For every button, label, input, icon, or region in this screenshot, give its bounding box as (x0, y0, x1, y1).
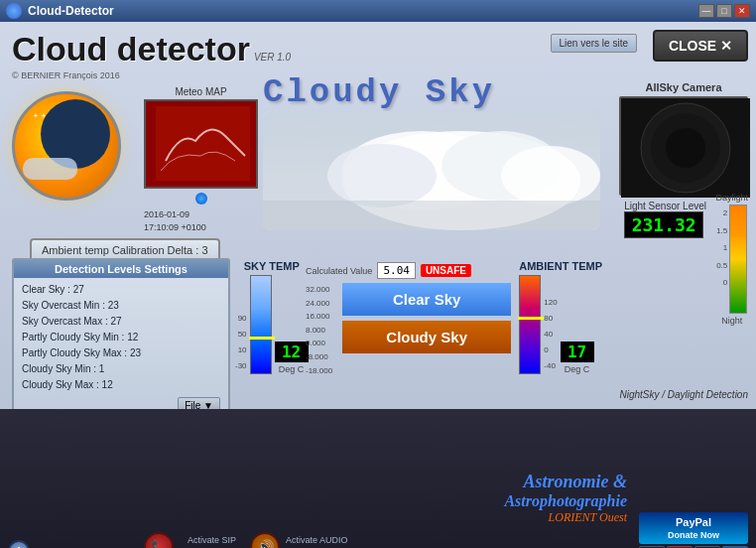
main-container: Cloud detector VER 1.0 © BERNIER Françoi… (0, 22, 756, 548)
window-close-button[interactable]: ✕ (734, 4, 750, 18)
sky-temp-value: 12 (275, 342, 309, 362)
sky-temp-indicator (249, 337, 275, 340)
meteo-map-area: Meteo MAP 2016-01-09 17:10:09 +0100 (144, 86, 258, 233)
minimize-button[interactable]: — (698, 4, 714, 18)
allsky-label: AllSky Camera (619, 81, 748, 93)
ambient-temp-bar (519, 275, 541, 374)
detection-panel-title: Detection Levels Settings (14, 260, 228, 278)
calc-value: 5.04 (377, 262, 416, 279)
astro-line1: Astronomie & (504, 472, 627, 492)
sky-temp-deg: Deg C (279, 364, 305, 374)
calculated-area: Calculated Value 5.04 UNSAFE 32.00024.00… (306, 262, 554, 380)
sky-temp-section: SKY TEMP 905010-30 12 Deg C (235, 260, 309, 374)
info-button[interactable]: i (8, 540, 30, 548)
sky-condition-buttons: Clear Sky Cloudy Sky (342, 283, 511, 377)
detection-panel-content: Clear Sky : 27 Sky Overcast Min : 23 Sky… (14, 278, 228, 418)
audio-alarm-label: Activate AUDIOALARM (286, 535, 348, 548)
cloud-overlay (23, 158, 77, 180)
sky-temp-gauge: 905010-30 12 Deg C (235, 275, 309, 374)
weather-icon-area: ✦ ✦ (12, 91, 131, 210)
detection-item-1: Clear Sky : 27 (22, 282, 220, 298)
detection-item-4: Partly Cloudy Sky Min : 12 (22, 330, 220, 345)
detection-item-3: Sky Overcast Max : 27 (22, 314, 220, 330)
detection-panel: Detection Levels Settings Clear Sky : 27… (12, 258, 230, 420)
title-bar-text: Cloud-Detector (28, 4, 114, 18)
paypal-area: PayPal Donate Now VISA MC DISC AX (639, 512, 748, 548)
allsky-area: AllSky Camera (619, 81, 748, 196)
meteo-map-svg (146, 101, 258, 189)
sky-temp-bar (250, 275, 272, 374)
allsky-svg (621, 98, 750, 198)
daylight-bar (729, 205, 747, 314)
ambient-value-area: 17 Deg C (561, 342, 594, 374)
unsafe-badge: UNSAFE (421, 264, 471, 277)
sky-levels-area: 32.00024.00016.0008.0000.000-8.000-18.00… (306, 283, 554, 377)
detection-item-7: Cloudy Sky Max : 12 (22, 377, 220, 393)
daylight-area: Daylight 21.510.50 Night (715, 193, 748, 326)
bottom-section: Cloud Sensor CONNECTED ON ▶ ⏸ 12h ⚙ Acti (0, 409, 756, 548)
detection-item-6: Cloudy Sky Min : 1 (22, 361, 220, 377)
nightsky-label: NightSky / Daylight Detection (619, 389, 748, 400)
cloud-image (263, 111, 600, 230)
ambient-temp-gauge: 12080400-40 17 Deg C (519, 275, 602, 374)
calc-label: Calculated Value (306, 266, 372, 276)
ambient-temp-indicator (518, 317, 544, 320)
sip-alarm-area: 📞 Activate SIPPHONE ALARM 🔊 Activate AUD… (144, 532, 348, 548)
stars: ✦ ✦ (33, 112, 47, 120)
daylight-display: 21.510.50 (716, 205, 747, 314)
ambient-temp-label: AMBIENT TEMP (519, 260, 602, 272)
app-icon (6, 3, 22, 19)
moon-circle: ✦ ✦ (12, 91, 121, 201)
lien-button[interactable]: Lien vers le site (551, 34, 637, 53)
copyright: © BERNIER François 2016 (12, 70, 291, 80)
calc-row: Calculated Value 5.04 UNSAFE (306, 262, 554, 279)
sky-temp-scale: 905010-30 (235, 311, 247, 374)
svg-point-6 (501, 146, 600, 206)
allsky-screen (619, 96, 748, 196)
light-sensor-label: Light Sensor Level (624, 201, 706, 211)
app-title-area: Cloud detector VER 1.0 © BERNIER Françoi… (12, 30, 291, 80)
cloudy-sky-title: Cloudy Sky (263, 73, 495, 111)
audio-alarm-icon[interactable]: 🔊 (250, 532, 280, 548)
light-sensor-value: 231.32 (624, 211, 703, 238)
night-label: Night (721, 316, 742, 326)
astro-line2: Astrophotographie (504, 492, 627, 510)
paypal-button[interactable]: PayPal Donate Now (639, 512, 748, 544)
ambient-temp-value: 17 (561, 342, 594, 362)
cloudy-sky-button[interactable]: Cloudy Sky (342, 321, 511, 353)
meteo-map-image[interactable] (144, 99, 258, 189)
cloud-background (263, 111, 600, 230)
detection-item-5: Partly Cloudy Sky Max : 23 (22, 345, 220, 361)
daylight-label: Daylight (715, 193, 748, 203)
svg-point-12 (666, 128, 705, 168)
meteo-datetime: 2016-01-09 17:10:09 +0100 (144, 208, 258, 233)
sky-temp-label: SKY TEMP (235, 260, 309, 272)
sky-temp-value-area: 12 Deg C (275, 342, 309, 374)
ambient-temp-scale: 12080400-40 (544, 295, 557, 374)
close-button[interactable]: CLOSE ✕ (653, 30, 748, 62)
window-controls: — □ ✕ (698, 4, 750, 18)
detection-item-2: Sky Overcast Min : 23 (22, 298, 220, 314)
sip-alarm-label: Activate SIPPHONE ALARM (180, 535, 244, 548)
clear-sky-button[interactable]: Clear Sky (342, 283, 511, 316)
light-sensor-area: Light Sensor Level 231.32 (624, 201, 706, 238)
svg-rect-8 (263, 201, 600, 230)
daylight-scale: 21.510.50 (716, 205, 727, 292)
ambient-temp-section: AMBIENT TEMP 12080400-40 17 Deg C (519, 260, 602, 374)
sky-levels-list: 32.00024.00016.0008.0000.000-8.000-18.00… (306, 283, 332, 377)
ambient-deg: Deg C (565, 364, 590, 374)
app-title: Cloud detector (12, 30, 250, 68)
meteo-map-label: Meteo MAP (144, 86, 258, 97)
maximize-button[interactable]: □ (716, 4, 732, 18)
sip-alarm-icon[interactable]: 📞 (144, 532, 174, 548)
cloud-svg (263, 111, 600, 230)
meteo-dot[interactable] (195, 193, 207, 205)
svg-point-7 (327, 144, 437, 207)
astro-text-area: Astronomie & Astrophotographie LORIENT O… (504, 472, 627, 525)
astro-line3: LORIENT Ouest (504, 510, 627, 525)
svg-rect-1 (156, 106, 250, 181)
app-version: VER 1.0 (254, 52, 291, 63)
title-bar: Cloud-Detector — □ ✕ (0, 0, 756, 22)
